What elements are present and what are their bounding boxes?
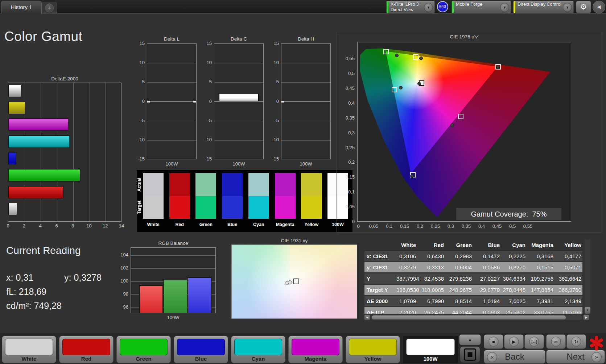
gridline [281, 82, 330, 83]
gridline [41, 83, 41, 221]
pattern-window-up-button[interactable]: ▲ [459, 334, 481, 345]
cie-x-tick: 0,1 [381, 223, 397, 229]
transport-step-button[interactable]: [↔] [524, 334, 544, 349]
table-vertical-scrollbar[interactable]: ▼ [585, 240, 590, 314]
table-column-header: Yellow [555, 242, 582, 248]
delta-panel-title: Delta C [214, 36, 264, 42]
table-cell: 82,4538 [417, 276, 445, 282]
deltae-x-tick: 14 [116, 223, 127, 229]
zero-line [281, 101, 330, 102]
table-cell: 0,1515 [527, 264, 555, 271]
swatch-actual-red [169, 173, 190, 196]
gridline [281, 140, 330, 141]
table-cell: 7,3981 [527, 298, 555, 304]
pattern-stop-button[interactable] [460, 346, 480, 363]
transport-refresh-button[interactable]: ↻ [566, 334, 586, 349]
table-cell: 387,7994 [396, 276, 417, 282]
meter-dropdown[interactable]: X-Rite i1Pro 3 Direct View ▼ [386, 1, 435, 13]
delta-panel-title: Delta L [147, 36, 197, 42]
deltae-bar-blue [8, 152, 16, 164]
delta-y-tick: -10 [266, 137, 279, 142]
delta-c-chart [214, 43, 264, 159]
gridline [90, 83, 90, 221]
deltae-bar-cyan [8, 135, 70, 148]
pattern-swatch [120, 339, 168, 355]
gridline [57, 83, 57, 221]
delta-y-tick: 5 [199, 79, 212, 84]
pattern-swatch [406, 339, 455, 355]
transport-stop-button[interactable]: ■ [484, 334, 503, 349]
table-column-header: Magenta [527, 242, 555, 248]
gridline [131, 255, 215, 256]
delta-y-tick: 0 [199, 99, 212, 104]
scrollbar-thumb[interactable] [372, 315, 566, 319]
rgb-balance-category: 100W [131, 315, 216, 320]
play-icon: ▶ [509, 337, 519, 347]
meter-count-badge: 643 [437, 1, 448, 12]
swatch-column-label: Green [193, 222, 219, 227]
source-dropdown[interactable]: Mobile Forge ▼ [452, 1, 511, 13]
gamut-coverage-label: Gamut Coverage: [471, 210, 528, 218]
pattern-button-red[interactable]: Red [59, 336, 114, 363]
chevron-down-icon[interactable]: ▼ [500, 3, 509, 12]
transport-play-button[interactable]: ▶ [504, 334, 524, 349]
scroll-right-icon[interactable]: ▶ [584, 315, 589, 320]
cie1931-title: CIE 1931 xy [231, 238, 357, 243]
pattern-label: Yellow [346, 356, 400, 362]
transport-infinity-button[interactable]: ∞ [546, 334, 566, 349]
table-row: x: CIE310,31060,64300,29830,14720,22250,… [364, 251, 582, 261]
chevron-down-icon[interactable]: ▼ [424, 3, 433, 12]
table-cell: 362,6642 [555, 276, 582, 282]
chevron-down-icon[interactable]: ▼ [563, 3, 572, 12]
reading-cdm2: cd/m²: 749,28 [6, 301, 62, 311]
table-row: y: CIE310,32790,33130,60040,05860,32700,… [364, 262, 582, 272]
pattern-button-yellow[interactable]: Yellow [346, 336, 400, 363]
tab-history[interactable]: History 1 [1, 1, 42, 14]
add-tab-button[interactable]: + [42, 2, 57, 13]
gridline [147, 63, 196, 63]
source-status-stripe [452, 1, 454, 13]
table-row-label: ΔE 2000 [364, 298, 396, 304]
zero-line [147, 101, 196, 102]
gamut-coverage-readout: Gamut Coverage: 75% [456, 208, 561, 220]
collapse-left-icon[interactable]: ◀ [593, 1, 605, 13]
pattern-button-blue[interactable]: Blue [174, 336, 228, 363]
table-horizontal-scrollbar[interactable] [371, 315, 582, 320]
pattern-button-white[interactable]: White [2, 336, 56, 363]
rgb-bar-green [164, 280, 187, 313]
pattern-label: Blue [174, 356, 228, 362]
display-control-dropdown[interactable]: Direct Display Control ▼ [513, 1, 574, 13]
pattern-button-magenta[interactable]: Magenta [288, 336, 343, 363]
table-header-row: WhiteRedGreenBlueCyanMagentaYellow [364, 240, 582, 250]
table-cell: 278,8445 [501, 287, 527, 293]
table-cell: 1,0194 [473, 298, 501, 304]
delta-y-tick: -10 [132, 137, 145, 142]
scroll-down-icon[interactable]: ▼ [585, 307, 590, 314]
swatch-column-label: Red [166, 222, 193, 227]
rgb-bar-red [139, 285, 163, 313]
back-button[interactable]: « Back [484, 350, 545, 364]
rgb-y-tick: 98 [115, 291, 128, 297]
swatch-target-green [195, 196, 216, 219]
delta-y-tick: -5 [132, 118, 145, 123]
pattern-button-cyan[interactable]: Cyan [231, 336, 285, 363]
delta-y-tick: 15 [199, 41, 212, 46]
pattern-button-green[interactable]: Green [116, 336, 171, 363]
measurement-table: WhiteRedGreenBlueCyanMagentaYellowx: CIE… [364, 240, 582, 314]
swatch-target-cyan [248, 196, 269, 219]
cie-y-tick: 0,3 [337, 130, 355, 135]
top-bar: History 1 + X-Rite i1Pro 3 Direct View ▼… [0, 0, 606, 14]
stop-square-icon [464, 348, 476, 361]
delta-y-tick: 5 [266, 79, 279, 84]
delta-panel-category: 100W [281, 161, 331, 167]
gridline [73, 83, 74, 221]
table-row-label: x: CIE31 [364, 253, 396, 259]
next-button[interactable]: Next » [546, 350, 605, 364]
gear-icon[interactable]: ⚙ [576, 1, 591, 13]
gridline [214, 82, 263, 83]
scroll-left-icon[interactable]: ◀ [364, 315, 370, 320]
cie1976-title: CIE 1976 u'v' [357, 34, 571, 39]
pattern-button-100w[interactable]: 100W [403, 336, 458, 363]
table-column-header: Blue [473, 242, 501, 248]
reading-x: x: 0,31 [6, 272, 33, 283]
